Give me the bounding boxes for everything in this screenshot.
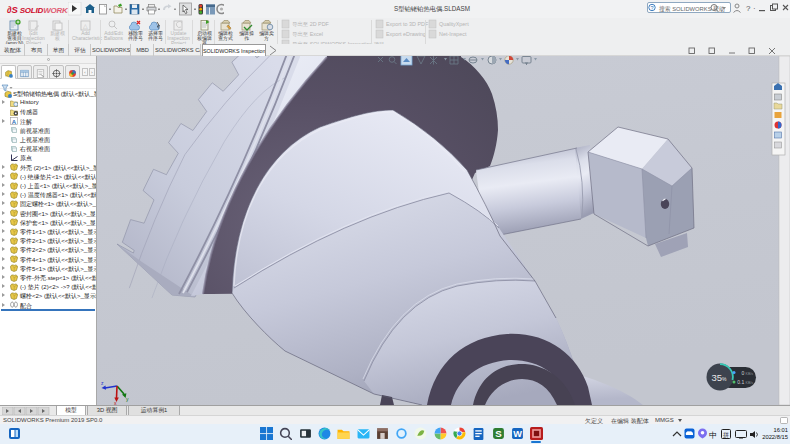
svg-text:W: W [513, 429, 522, 439]
svg-text:△: △ [83, 23, 88, 29]
svg-text:?: ? [746, 4, 751, 13]
svg-text:拼: 拼 [723, 432, 729, 438]
svg-text:·: · [753, 4, 756, 13]
svg-text:?: ? [650, 5, 653, 11]
svg-text:S: S [495, 428, 502, 439]
svg-text:A: A [12, 119, 17, 125]
